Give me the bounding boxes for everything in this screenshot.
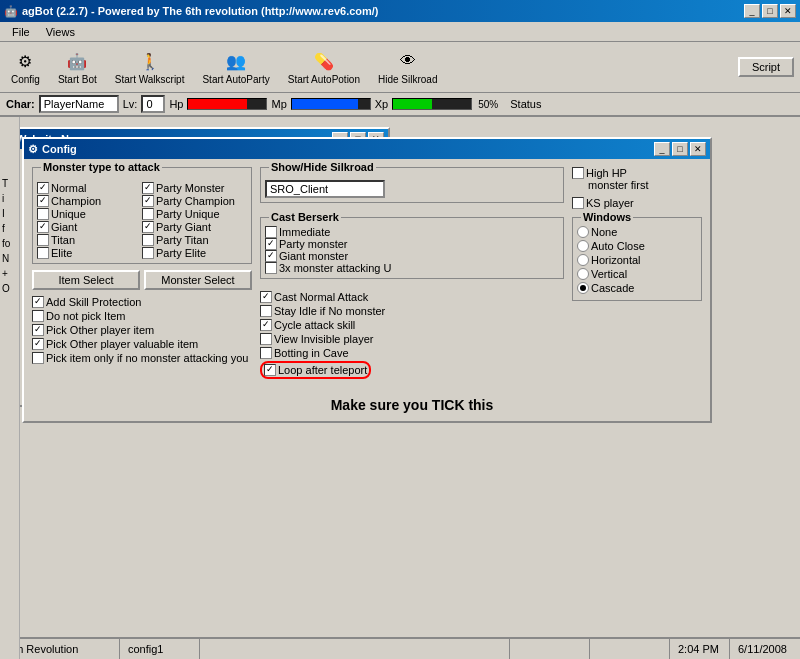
menu-views[interactable]: Views: [38, 24, 83, 40]
monster-type-group: Monster type to attack Normal Party Mons…: [32, 167, 252, 264]
player-name-input[interactable]: [39, 95, 119, 113]
cb-party-champion-box[interactable]: [142, 195, 154, 207]
cb-immediate-box[interactable]: [265, 226, 277, 238]
cb-titan-box[interactable]: [37, 234, 49, 246]
cb-cycle-attack: Cycle attack skill: [260, 319, 564, 331]
cb-loop-teleport-box[interactable]: [264, 364, 276, 376]
minimize-button[interactable]: _: [744, 4, 760, 18]
opt-no-pick: Do not pick Item: [32, 310, 252, 322]
rb-none-btn[interactable]: [577, 226, 589, 238]
tick-notice: Make sure you TICK this: [260, 397, 564, 413]
middle-options: Cast Normal Attack Stay Idle if No monst…: [260, 291, 564, 381]
opt-skill-protection-box[interactable]: [32, 296, 44, 308]
item-select-button[interactable]: Item Select: [32, 270, 140, 290]
cb-champion-box[interactable]: [37, 195, 49, 207]
cb-party-monster-berserk-box[interactable]: [265, 238, 277, 250]
walk-icon: 🚶: [138, 49, 162, 73]
menu-file[interactable]: File: [4, 24, 38, 40]
cb-party-titan: Party Titan: [142, 234, 247, 246]
xp-bar: [392, 98, 472, 110]
status-time: 2:04 PM: [670, 639, 730, 659]
rb-cascade-btn[interactable]: [577, 282, 589, 294]
cb-party-monster: Party Monster: [142, 182, 247, 194]
maximize-button[interactable]: □: [762, 4, 778, 18]
cb-party-elite-box[interactable]: [142, 247, 154, 259]
mp-bar: [291, 98, 371, 110]
cb-giant-monster-berserk-box[interactable]: [265, 250, 277, 262]
silkroad-group: Show/Hide Silkroad: [260, 167, 564, 203]
cb-elite-box[interactable]: [37, 247, 49, 259]
cb-high-hp: High HP: [572, 167, 702, 179]
level-input[interactable]: [141, 95, 165, 113]
start-bot-button[interactable]: 🤖 Start Bot: [53, 46, 102, 88]
monster-first-label: monster first: [572, 179, 702, 191]
cb-stay-idle-box[interactable]: [260, 305, 272, 317]
start-walkscript-button[interactable]: 🚶 Start Walkscript: [110, 46, 190, 88]
rb-none: None: [577, 226, 697, 238]
app-title-bar: 🤖 agBot (2.2.7) - Powered by The 6th rev…: [0, 0, 800, 22]
cb-party-unique-box[interactable]: [142, 208, 154, 220]
windows-group: Windows None Auto Close Horizontal: [572, 217, 702, 301]
hp-bar: [187, 98, 267, 110]
config-title-bar: ⚙ Config _ □ ✕: [24, 139, 710, 159]
config-content: Monster type to attack Normal Party Mons…: [24, 159, 710, 421]
close-button[interactable]: ✕: [780, 4, 796, 18]
char-label: Char:: [6, 98, 35, 110]
cb-elite: Elite: [37, 247, 142, 259]
cb-normal-box[interactable]: [37, 182, 49, 194]
monster-select-button[interactable]: Monster Select: [144, 270, 252, 290]
cb-party-giant-box[interactable]: [142, 221, 154, 233]
side-ol: O: [0, 282, 19, 295]
status-seg4: [510, 639, 590, 659]
config-close[interactable]: ✕: [690, 142, 706, 156]
cb-unique-box[interactable]: [37, 208, 49, 220]
rb-vertical-btn[interactable]: [577, 268, 589, 280]
xp-percent: 50%: [478, 99, 498, 110]
opt-pick-other-valuable-box[interactable]: [32, 338, 44, 350]
rb-vertical: Vertical: [577, 268, 697, 280]
xp-label: Xp: [375, 98, 388, 110]
potion-icon: 💊: [312, 49, 336, 73]
cb-3x-monster: 3x monster attacking U: [265, 262, 559, 274]
side-i: i: [0, 192, 19, 205]
cb-giant-box[interactable]: [37, 221, 49, 233]
rb-auto-close: Auto Close: [577, 240, 697, 252]
cb-ks-player-box[interactable]: [572, 197, 584, 209]
title-bar-controls: _ □ ✕: [744, 4, 796, 18]
config-maximize[interactable]: □: [672, 142, 688, 156]
opt-pick-no-monster-box[interactable]: [32, 352, 44, 364]
opt-no-pick-box[interactable]: [32, 310, 44, 322]
rb-auto-close-btn[interactable]: [577, 240, 589, 252]
cb-party-unique: Party Unique: [142, 208, 247, 220]
cb-stay-idle: Stay Idle if No monster: [260, 305, 564, 317]
cb-cast-normal-box[interactable]: [260, 291, 272, 303]
cb-3x-monster-box[interactable]: [265, 262, 277, 274]
start-autoparty-button[interactable]: 👥 Start AutoParty: [197, 46, 274, 88]
cb-champion: Champion: [37, 195, 142, 207]
cb-view-invisible-box[interactable]: [260, 333, 272, 345]
opt-pick-other-box[interactable]: [32, 324, 44, 336]
loop-teleport-highlight: Loop after teleport: [260, 361, 371, 379]
cb-high-hp-box[interactable]: [572, 167, 584, 179]
middle-panel: Show/Hide Silkroad Cast Berserk Immediat…: [260, 167, 564, 413]
hide-silkroad-button[interactable]: 👁 Hide Silkroad: [373, 46, 442, 88]
script-button[interactable]: Script: [738, 57, 794, 77]
config-minimize[interactable]: _: [654, 142, 670, 156]
app-icon: 🤖: [4, 5, 18, 18]
cast-berserk-group: Cast Berserk Immediate Party monster: [260, 217, 564, 279]
party-icon: 👥: [224, 49, 248, 73]
config-button[interactable]: ⚙ Config: [6, 46, 45, 88]
silkroad-input[interactable]: [265, 180, 385, 198]
start-autopotion-button[interactable]: 💊 Start AutoPotion: [283, 46, 365, 88]
cb-party-titan-box[interactable]: [142, 234, 154, 246]
rb-cascade: Cascade: [577, 282, 697, 294]
rb-horizontal-btn[interactable]: [577, 254, 589, 266]
opt-pick-other-valuable: Pick Other player valuable item: [32, 338, 252, 350]
cb-botting-cave-box[interactable]: [260, 347, 272, 359]
cb-party-monster-box[interactable]: [142, 182, 154, 194]
side-pa: N: [0, 252, 19, 265]
cb-normal: Normal: [37, 182, 142, 194]
cb-ks-player: KS player: [572, 197, 702, 209]
status-date: 6/11/2008: [730, 639, 800, 659]
cb-cycle-attack-box[interactable]: [260, 319, 272, 331]
